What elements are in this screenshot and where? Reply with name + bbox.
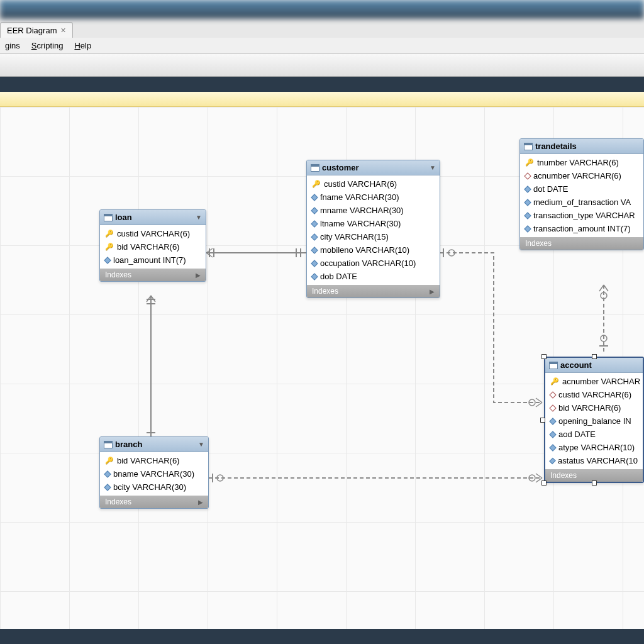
entity-body: 🔑acnumber VARCHAR custid VARCHAR(6) bid … [545,373,643,469]
svg-point-17 [601,292,607,299]
table-icon [549,362,558,369]
entity-body: 🔑bid VARCHAR(6) bname VARCHAR(30) bcity … [100,452,208,496]
diamond-icon [524,172,531,179]
collapse-icon[interactable]: ▼ [430,164,436,171]
column-row[interactable]: fname VARCHAR(30) [307,191,440,204]
column-row[interactable]: 🔑bid VARCHAR(6) [100,454,208,467]
diamond-icon [311,194,318,201]
entity-footer[interactable]: Indexes [520,237,643,250]
column-row[interactable]: custid VARCHAR(6) [545,388,643,401]
column-row[interactable]: acnumber VARCHAR(6) [520,169,643,182]
column-row[interactable]: 🔑tnumber VARCHAR(6) [520,156,643,169]
key-icon: 🔑 [550,377,559,386]
key-icon: 🔑 [105,457,114,465]
resize-handle[interactable] [541,480,547,486]
entity-footer[interactable]: Indexes▶ [307,285,440,297]
column-row[interactable]: loan_amount INT(7) [100,253,206,267]
entity-header[interactable]: trandetails [520,139,643,154]
tab-bar: EER Diagram × [0,19,644,38]
collapse-icon[interactable]: ▼ [198,441,204,448]
column-row[interactable]: astatus VARCHAR(10 [545,454,643,467]
menu-item-scripting[interactable]: Scripting [31,41,64,50]
resize-handle[interactable] [540,418,545,423]
column-row[interactable]: bid VARCHAR(6) [545,401,643,414]
diamond-icon [549,391,556,398]
column-row[interactable]: 🔑custid VARCHAR(6) [100,227,206,240]
diamond-icon [311,273,318,280]
collapse-icon[interactable]: ▼ [196,214,202,221]
svg-point-10 [448,250,455,256]
diamond-icon [311,247,318,253]
diamond-icon [104,470,111,477]
menu-bar: gins Scripting Help [0,38,644,54]
column-row[interactable]: 🔑bid VARCHAR(6) [100,240,206,253]
diamond-icon [311,260,318,267]
column-row[interactable]: medium_of_transaction VA [520,196,643,209]
diamond-icon [524,199,531,206]
svg-point-16 [601,335,607,341]
key-icon: 🔑 [105,243,114,251]
diamond-icon [311,207,318,214]
column-row[interactable]: transaction_amount INT(7) [520,222,643,235]
entity-trandetails[interactable]: trandetails 🔑tnumber VARCHAR(6) acnumber… [519,138,644,250]
resize-handle[interactable] [592,480,597,486]
column-row[interactable]: dob DATE [307,270,440,283]
diamond-icon [104,484,111,491]
entity-footer[interactable]: Indexes▶ [100,496,208,508]
column-row[interactable]: dot DATE [520,182,643,196]
dark-strip [0,77,644,92]
svg-point-11 [529,399,535,406]
diamond-icon [549,457,556,464]
column-row[interactable]: bname VARCHAR(30) [100,467,208,480]
tab-eer-diagram[interactable]: EER Diagram × [0,22,73,38]
diamond-icon [104,257,111,264]
column-row[interactable]: mobileno VARCHAR(10) [307,243,440,257]
table-icon [311,164,319,172]
diamond-icon [524,212,531,219]
diamond-icon [549,431,556,438]
entity-body: 🔑tnumber VARCHAR(6) acnumber VARCHAR(6) … [520,154,643,237]
column-row[interactable]: aod DATE [545,428,643,441]
svg-point-13 [217,475,223,481]
diamond-icon [549,444,556,451]
entity-account[interactable]: account 🔑acnumber VARCHAR custid VARCHAR… [544,357,644,483]
entity-body: 🔑custid VARCHAR(6) 🔑bid VARCHAR(6) loan_… [100,225,206,269]
resize-handle[interactable] [592,354,597,359]
entity-header[interactable]: loan ▼ [100,210,206,225]
column-row[interactable]: city VARCHAR(15) [307,230,440,243]
resize-handle[interactable] [541,354,547,359]
entity-body: 🔑custid VARCHAR(6) fname VARCHAR(30) mna… [307,175,440,285]
column-row[interactable]: 🔑acnumber VARCHAR [545,375,643,388]
menu-item-plugins[interactable]: gins [5,41,20,50]
column-row[interactable]: occupation VARCHAR(10) [307,257,440,270]
notification-strip [0,92,644,107]
menu-item-help[interactable]: Help [74,41,91,50]
entity-branch[interactable]: branch ▼ 🔑bid VARCHAR(6) bname VARCHAR(3… [99,436,209,509]
key-icon: 🔑 [525,158,534,167]
svg-point-14 [529,475,535,481]
column-row[interactable]: mname VARCHAR(30) [307,204,440,217]
column-row[interactable]: atype VARCHAR(10) [545,441,643,454]
entity-title: branch [115,440,142,449]
chevron-right-icon: ▶ [430,288,435,295]
entity-footer[interactable]: Indexes▶ [100,269,206,281]
entity-header[interactable]: branch ▼ [100,437,208,452]
table-icon [104,214,113,221]
blurred-header [0,0,644,19]
column-row[interactable]: opening_balance IN [545,414,643,428]
entity-header[interactable]: account [545,358,643,373]
diagram-canvas[interactable]: loan ▼ 🔑custid VARCHAR(6) 🔑bid VARCHAR(6… [0,107,644,629]
key-icon: 🔑 [105,230,114,238]
entity-title: trandetails [535,142,577,151]
diamond-icon [524,186,531,192]
entity-footer[interactable]: Indexes [545,469,643,482]
column-row[interactable]: bcity VARCHAR(30) [100,480,208,494]
entity-loan[interactable]: loan ▼ 🔑custid VARCHAR(6) 🔑bid VARCHAR(6… [99,209,206,282]
entity-header[interactable]: customer ▼ [307,160,440,175]
column-row[interactable]: 🔑custid VARCHAR(6) [307,177,440,191]
column-row[interactable]: transaction_type VARCHAR [520,209,643,222]
tab-label: EER Diagram [7,26,57,35]
entity-customer[interactable]: customer ▼ 🔑custid VARCHAR(6) fname VARC… [306,160,440,298]
close-icon[interactable]: × [60,25,65,35]
column-row[interactable]: ltname VARCHAR(30) [307,217,440,230]
